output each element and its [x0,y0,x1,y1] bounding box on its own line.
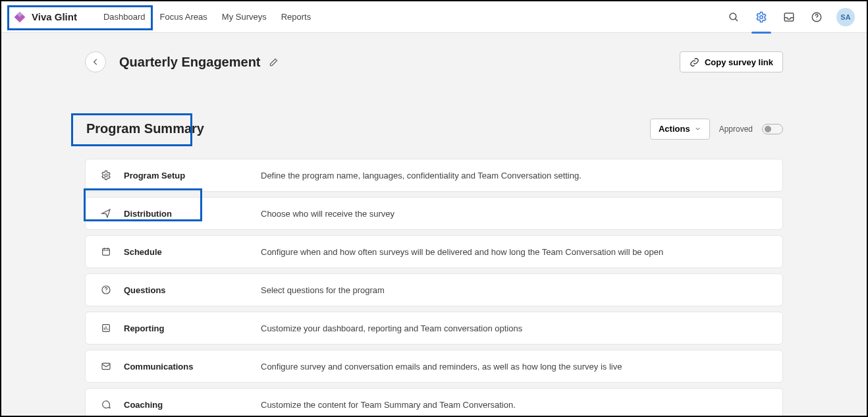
nav-reports[interactable]: Reports [281,12,312,22]
brand-name: Viva Glint [32,11,77,22]
edit-title-icon[interactable] [269,57,279,67]
approved-toggle[interactable] [762,124,783,134]
summary-row-communications[interactable]: CommunicationsConfigure survey and conve… [85,350,783,383]
send-icon [100,208,112,219]
summary-row-title: Program Setup [124,171,261,181]
question-icon [100,284,112,296]
inbox-icon[interactable] [781,9,797,25]
copy-survey-link-label: Copy survey link [705,57,773,67]
actions-button[interactable]: Actions [650,119,710,140]
approved-label: Approved [719,125,753,134]
settings-gear-icon[interactable] [753,9,769,25]
nav-dashboard[interactable]: Dashboard [103,12,146,22]
page-title: Quarterly Engagement [119,55,261,70]
summary-row-title: Communications [124,362,261,372]
nav-focus-areas[interactable]: Focus Areas [160,12,207,22]
link-icon [690,57,699,67]
section-title: Program Summary [85,117,205,140]
summary-row-title: Distribution [124,209,261,219]
summary-row-program-setup[interactable]: Program SetupDefine the program name, la… [85,159,783,192]
chart-icon [100,322,112,334]
summary-row-desc: Define the program name, languages, conf… [261,171,582,181]
actions-button-label: Actions [659,124,690,134]
summary-row-desc: Customize the content for Team Summary a… [261,400,516,410]
gear-icon [100,169,112,181]
mail-icon [100,360,112,372]
summary-row-reporting[interactable]: ReportingCustomize your dashboard, repor… [85,312,783,345]
back-button[interactable] [85,51,106,72]
help-icon[interactable] [809,9,825,25]
copy-survey-link-button[interactable]: Copy survey link [680,51,783,72]
summary-row-title: Questions [124,285,261,295]
avatar[interactable]: SA [836,8,855,26]
summary-row-desc: Configure when and how often surveys wil… [261,247,663,257]
calendar-icon [100,246,112,258]
summary-row-desc: Select questions for the program [261,285,385,295]
summary-row-coaching[interactable]: CoachingCustomize the content for Team S… [85,388,783,417]
search-icon[interactable] [726,9,742,25]
summary-row-title: Schedule [124,247,261,257]
nav-my-surveys[interactable]: My Surveys [222,12,267,22]
svg-point-5 [816,19,817,20]
summary-row-questions[interactable]: QuestionsSelect questions for the progra… [85,273,783,306]
summary-row-desc: Customize your dashboard, reporting and … [261,323,522,333]
brand-logo-icon [13,11,26,24]
summary-row-schedule[interactable]: ScheduleConfigure when and how often sur… [85,235,783,268]
summary-row-desc: Configure survey and conversation emails… [261,362,622,372]
chat-icon [100,399,112,410]
summary-row-title: Reporting [124,323,261,333]
summary-row-title: Coaching [124,400,261,410]
summary-row-distribution[interactable]: DistributionChoose who will receive the … [85,197,783,230]
summary-row-desc: Choose who will receive the survey [261,209,394,219]
svg-line-1 [735,18,738,21]
brand: Viva Glint [13,11,77,24]
svg-point-0 [730,13,736,20]
chevron-down-icon [694,125,701,132]
svg-point-2 [760,15,763,18]
